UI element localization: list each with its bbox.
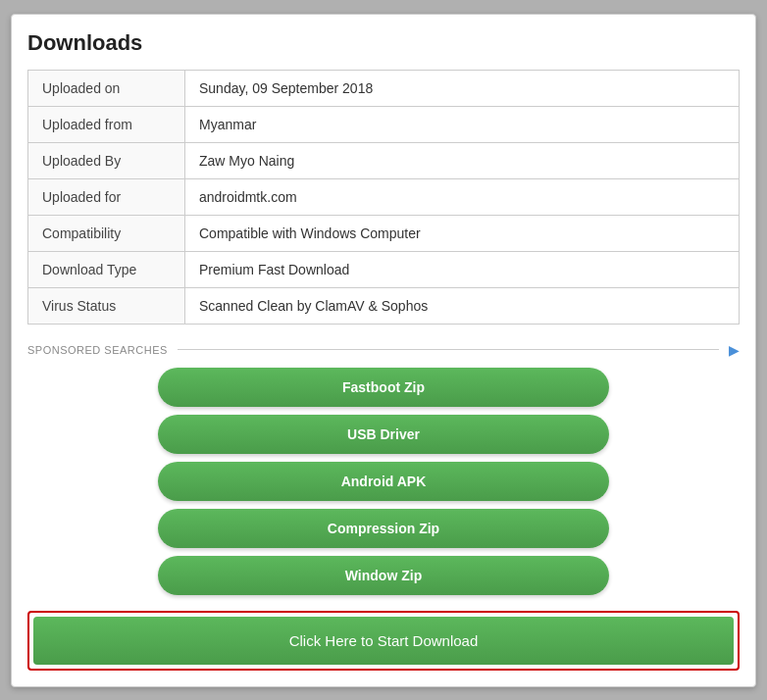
table-row: CompatibilityCompatible with Windows Com… xyxy=(28,215,740,251)
ad-button[interactable]: Compression Zip xyxy=(158,509,609,548)
table-cell-value: Zaw Myo Naing xyxy=(185,142,740,178)
ad-button[interactable]: Window Zip xyxy=(158,556,609,595)
sponsored-section: SPONSORED SEARCHES ▶ Fastboot ZipUSB Dri… xyxy=(27,342,740,595)
table-cell-label: Uploaded on xyxy=(28,70,185,106)
info-table: Uploaded onSunday, 09 September 2018Uplo… xyxy=(27,70,740,325)
table-row: Download TypePremium Fast Download xyxy=(28,251,740,287)
table-row: Uploaded ByZaw Myo Naing xyxy=(28,142,740,178)
download-section: Click Here to Start Download xyxy=(27,611,740,671)
table-cell-value: Sunday, 09 September 2018 xyxy=(185,70,740,106)
table-cell-label: Uploaded for xyxy=(28,178,185,215)
table-cell-label: Virus Status xyxy=(28,287,185,324)
table-cell-value: Premium Fast Download xyxy=(185,251,740,287)
ad-buttons-container: Fastboot ZipUSB DriverAndroid APKCompres… xyxy=(158,368,609,595)
table-row: Uploaded forandroidmtk.com xyxy=(28,178,740,215)
table-row: Virus StatusScanned Clean by ClamAV & So… xyxy=(28,287,740,324)
downloads-card: Downloads Uploaded onSunday, 09 Septembe… xyxy=(11,14,756,687)
ad-button[interactable]: Fastboot Zip xyxy=(158,368,609,407)
table-cell-value: Compatible with Windows Computer xyxy=(185,215,740,251)
sponsored-icon: ▶ xyxy=(729,342,740,358)
download-button-wrapper: Click Here to Start Download xyxy=(27,611,740,671)
table-cell-value: androidmtk.com xyxy=(185,178,740,215)
page-title: Downloads xyxy=(27,30,740,56)
table-row: Uploaded fromMyanmar xyxy=(28,106,740,142)
table-cell-label: Uploaded By xyxy=(28,142,185,178)
ad-button[interactable]: USB Driver xyxy=(158,415,609,454)
table-cell-label: Compatibility xyxy=(28,215,185,251)
table-cell-label: Uploaded from xyxy=(28,106,185,142)
table-row: Uploaded onSunday, 09 September 2018 xyxy=(28,70,740,106)
sponsored-divider xyxy=(178,349,719,350)
download-button[interactable]: Click Here to Start Download xyxy=(33,617,734,665)
sponsored-header: SPONSORED SEARCHES ▶ xyxy=(27,342,740,358)
table-cell-label: Download Type xyxy=(28,251,185,287)
table-cell-value: Scanned Clean by ClamAV & Sophos xyxy=(185,287,740,324)
sponsored-label: SPONSORED SEARCHES xyxy=(27,344,168,356)
ad-button[interactable]: Android APK xyxy=(158,462,609,501)
table-cell-value: Myanmar xyxy=(185,106,740,142)
